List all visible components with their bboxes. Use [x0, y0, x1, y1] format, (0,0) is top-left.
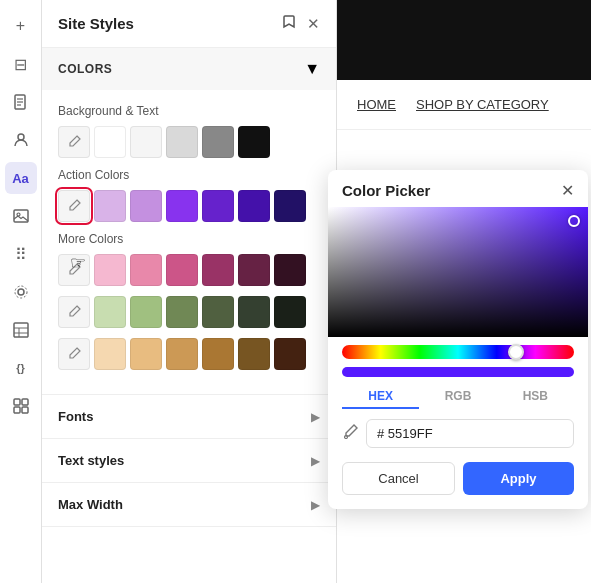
- text-icon[interactable]: Aa: [5, 162, 37, 194]
- fonts-section[interactable]: Fonts ▶: [42, 395, 336, 439]
- cp-tabs: HEX RGB HSB: [342, 383, 574, 409]
- grid-icon[interactable]: [5, 390, 37, 422]
- bg-swatch-white[interactable]: [94, 126, 126, 158]
- action-swatch-3[interactable]: [166, 190, 198, 222]
- action-swatch-1[interactable]: [94, 190, 126, 222]
- cancel-button[interactable]: Cancel: [342, 462, 455, 495]
- action-eyedropper[interactable]: [58, 190, 90, 222]
- nav-home[interactable]: HOME: [357, 97, 396, 112]
- max-width-label: Max Width: [58, 497, 123, 512]
- cp-gradient-cursor: [568, 215, 580, 227]
- colors-section-content: Background & Text Action Colors: [42, 90, 336, 394]
- nav-category[interactable]: SHOP BY CATEGORY: [416, 97, 549, 112]
- cp-hue-slider[interactable]: [342, 345, 574, 359]
- more-swatch-3-6[interactable]: [274, 338, 306, 370]
- bg-swatch-medgray[interactable]: [202, 126, 234, 158]
- colors-section: Colors ▼ Background & Text Action Colors: [42, 48, 336, 395]
- page-icon[interactable]: [5, 86, 37, 118]
- cp-gradient-canvas[interactable]: [328, 207, 588, 337]
- svg-point-7: [18, 289, 24, 295]
- more-color-row-1: [58, 254, 320, 286]
- action-color-row: [58, 190, 320, 222]
- more-swatch-2-4[interactable]: [202, 296, 234, 328]
- more-swatch-2-3[interactable]: [166, 296, 198, 328]
- bg-eyedropper[interactable]: [58, 126, 90, 158]
- more-eyedropper-1[interactable]: [58, 254, 90, 286]
- action-swatch-2[interactable]: [130, 190, 162, 222]
- more-swatch-1-4[interactable]: [202, 254, 234, 286]
- svg-point-6: [17, 213, 20, 216]
- svg-point-8: [15, 286, 27, 298]
- more-eyedropper-3[interactable]: [58, 338, 90, 370]
- bg-swatch-black[interactable]: [238, 126, 270, 158]
- bg-text-label: Background & Text: [58, 104, 320, 118]
- cp-eyedropper-icon[interactable]: [342, 424, 358, 443]
- text-styles-section[interactable]: Text styles ▶: [42, 439, 336, 483]
- colors-chevron-icon: ▼: [304, 60, 320, 78]
- more-swatch-2-6[interactable]: [274, 296, 306, 328]
- more-swatch-2-1[interactable]: [94, 296, 126, 328]
- interactions-icon[interactable]: [5, 276, 37, 308]
- website-header: [337, 0, 591, 80]
- cp-active-color-bar: [342, 367, 574, 377]
- max-width-section[interactable]: Max Width ▶: [42, 483, 336, 527]
- panel-header: Site Styles ✕: [42, 0, 336, 48]
- tab-rgb[interactable]: RGB: [419, 383, 496, 409]
- layers-icon[interactable]: ⊟: [5, 48, 37, 80]
- svg-point-4: [18, 134, 24, 140]
- svg-rect-16: [22, 407, 28, 413]
- cp-hue-thumb: [508, 344, 524, 360]
- action-swatch-4[interactable]: [202, 190, 234, 222]
- table-icon[interactable]: [5, 314, 37, 346]
- hex-input[interactable]: [366, 419, 574, 448]
- action-swatch-6[interactable]: [274, 190, 306, 222]
- more-swatch-3-5[interactable]: [238, 338, 270, 370]
- tab-hex[interactable]: HEX: [342, 383, 419, 409]
- site-styles-panel: Site Styles ✕ Colors ▼ Background & Text: [42, 0, 337, 583]
- more-swatch-3-4[interactable]: [202, 338, 234, 370]
- code-icon[interactable]: {}: [5, 352, 37, 384]
- image-icon[interactable]: [5, 200, 37, 232]
- more-swatch-3-2[interactable]: [130, 338, 162, 370]
- website-nav: HOME SHOP BY CATEGORY: [337, 80, 591, 130]
- cp-close-icon[interactable]: ✕: [561, 183, 574, 199]
- panel-header-icons: ✕: [281, 14, 320, 33]
- action-swatch-5[interactable]: [238, 190, 270, 222]
- cp-header: Color Picker ✕: [328, 170, 588, 207]
- bookmark-icon[interactable]: [281, 14, 297, 33]
- more-swatch-1-6[interactable]: [274, 254, 306, 286]
- more-swatch-1-1[interactable]: [94, 254, 126, 286]
- svg-rect-9: [14, 323, 28, 337]
- svg-rect-5: [14, 210, 28, 222]
- bg-text-color-row: [58, 126, 320, 158]
- tab-hsb[interactable]: HSB: [497, 383, 574, 409]
- apply-button[interactable]: Apply: [463, 462, 574, 495]
- text-styles-label: Text styles: [58, 453, 124, 468]
- color-picker-modal: Color Picker ✕ HEX RGB HSB Cancel Apply: [328, 170, 588, 509]
- cp-actions: Cancel Apply: [328, 458, 588, 509]
- add-icon[interactable]: +: [5, 10, 37, 42]
- more-colors-label: More Colors: [58, 232, 320, 246]
- person-icon[interactable]: [5, 124, 37, 156]
- bg-swatch-lightgray[interactable]: [130, 126, 162, 158]
- fonts-label: Fonts: [58, 409, 93, 424]
- more-swatch-3-1[interactable]: [94, 338, 126, 370]
- colors-section-header[interactable]: Colors ▼: [42, 48, 336, 90]
- more-color-row-3: [58, 338, 320, 370]
- cp-gradient-bg: [328, 207, 588, 337]
- more-swatch-1-5[interactable]: [238, 254, 270, 286]
- close-icon[interactable]: ✕: [307, 15, 320, 33]
- more-swatch-2-5[interactable]: [238, 296, 270, 328]
- text-styles-arrow-icon: ▶: [311, 454, 320, 468]
- more-swatch-3-3[interactable]: [166, 338, 198, 370]
- apps-icon[interactable]: ⠿: [5, 238, 37, 270]
- more-swatch-1-2[interactable]: [130, 254, 162, 286]
- more-swatch-2-2[interactable]: [130, 296, 162, 328]
- more-swatch-1-3[interactable]: [166, 254, 198, 286]
- cp-input-row: [328, 409, 588, 458]
- bg-swatch-gray[interactable]: [166, 126, 198, 158]
- panel-title: Site Styles: [58, 15, 134, 32]
- cp-title: Color Picker: [342, 182, 430, 199]
- colors-label: Colors: [58, 62, 112, 76]
- more-eyedropper-2[interactable]: [58, 296, 90, 328]
